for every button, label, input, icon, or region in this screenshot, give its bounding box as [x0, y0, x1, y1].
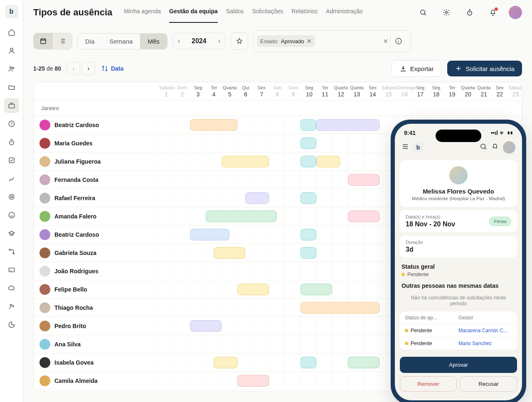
absence-bar[interactable]: [300, 357, 316, 368]
absence-bar[interactable]: [245, 192, 269, 204]
day-header: Quarta20: [460, 82, 476, 100]
absence-bar[interactable]: [214, 247, 245, 259]
person-avatar: [39, 357, 50, 368]
logo: b: [5, 5, 18, 18]
nav-tab[interactable]: Saldos: [226, 8, 244, 23]
day-header: Sábado1: [158, 82, 174, 100]
period-option[interactable]: Semana: [102, 34, 140, 49]
absence-bar[interactable]: [222, 156, 269, 167]
absence-bar[interactable]: [316, 156, 340, 167]
absence-bar[interactable]: [214, 357, 237, 368]
absence-bar[interactable]: [300, 229, 316, 240]
sort-button[interactable]: Data: [101, 65, 123, 72]
nav-flow-icon[interactable]: [4, 244, 19, 259]
calendar-view-button[interactable]: [34, 33, 53, 49]
nav-pie-icon[interactable]: [4, 317, 19, 332]
absence-bar[interactable]: [316, 119, 379, 131]
nav-clock-icon[interactable]: [4, 116, 19, 131]
nav-tab[interactable]: Solicitações: [252, 8, 283, 23]
person-name: Maria Guedes: [54, 140, 93, 147]
nav-tab[interactable]: Administração: [326, 8, 363, 23]
timer-icon[interactable]: [462, 5, 477, 20]
bell-icon[interactable]: [485, 5, 500, 20]
day-header: Seg3: [190, 82, 206, 100]
view-toggle: [33, 33, 72, 49]
filter-bar[interactable]: Estado: Aprovado ✕ ✕: [253, 30, 411, 52]
svg-point-0: [10, 48, 13, 51]
clear-filters-icon[interactable]: ✕: [381, 36, 390, 47]
prev-page-button[interactable]: ‹: [67, 62, 80, 75]
favorite-button[interactable]: [231, 32, 248, 50]
absence-bar[interactable]: [300, 247, 316, 259]
absence-bar[interactable]: [348, 357, 379, 368]
request-absence-button[interactable]: Solicitar ausência: [447, 61, 522, 76]
nav-timer-icon[interactable]: [4, 135, 19, 150]
absence-bar[interactable]: [348, 211, 379, 222]
page-title: Tipos de ausência: [33, 7, 112, 18]
absence-bar[interactable]: [300, 156, 316, 167]
nav-grad-icon[interactable]: [4, 226, 19, 241]
absence-bar[interactable]: [237, 284, 269, 295]
person-name: Beatriz Cardoso: [54, 122, 99, 128]
mobile-profile-avatar: [449, 166, 468, 184]
svg-point-10: [9, 249, 10, 250]
day-header: Sáb8: [269, 82, 285, 100]
svg-point-1: [10, 67, 12, 69]
absence-bar[interactable]: [237, 375, 269, 387]
day-header: Dom9: [286, 82, 301, 100]
prev-year-button[interactable]: ‹: [173, 33, 185, 49]
nav-folder-icon[interactable]: [4, 80, 19, 95]
nav-tab[interactable]: Minha agenda: [124, 8, 161, 23]
absence-bar[interactable]: [300, 137, 316, 149]
nav-chart-icon[interactable]: [4, 171, 19, 186]
search-icon[interactable]: [416, 5, 431, 20]
nav-tab[interactable]: Relatórios: [291, 8, 318, 23]
mobile-duration-card: Duração 3d: [400, 235, 517, 257]
mobile-bell-icon[interactable]: [491, 143, 499, 152]
mobile-search-icon[interactable]: [480, 143, 487, 152]
next-year-button[interactable]: ›: [213, 33, 225, 49]
absence-bar[interactable]: [190, 119, 237, 131]
absence-bar[interactable]: [190, 320, 222, 332]
nav-briefcase-icon[interactable]: [4, 98, 19, 113]
mobile-menu-icon[interactable]: [401, 143, 409, 152]
nav-card-icon[interactable]: [4, 262, 19, 277]
nav-check-icon[interactable]: [4, 153, 19, 168]
absence-bar[interactable]: [206, 211, 277, 222]
filter-info-icon[interactable]: [390, 32, 407, 50]
period-option[interactable]: Mês: [140, 34, 167, 49]
absence-bar[interactable]: [348, 174, 379, 186]
person-avatar: [39, 120, 50, 130]
nav-adduser-icon[interactable]: [4, 299, 19, 314]
person-name: Amanda Falero: [54, 213, 96, 220]
period-option[interactable]: Dia: [78, 34, 102, 49]
export-button[interactable]: Exportar: [392, 60, 442, 77]
mobile-reject-button[interactable]: Recusar: [460, 376, 517, 392]
absence-bar[interactable]: [300, 192, 316, 204]
mobile-mockup: 9:41 ••ıl ᯤ ▮▮ b Melissa Flores Quevedo …: [391, 120, 526, 402]
mobile-remove-button[interactable]: Remover: [400, 376, 457, 392]
list-view-button[interactable]: [53, 33, 72, 49]
subbar: 1-25 de 80 ‹ › Data Exportar Solicitar a…: [23, 57, 532, 82]
mobile-approve-button[interactable]: Aprovar: [400, 357, 517, 373]
nav-smile-icon[interactable]: [4, 208, 19, 223]
person-name: Pedro Brito: [54, 323, 86, 329]
next-page-button[interactable]: ›: [82, 62, 95, 75]
absence-bar[interactable]: [300, 119, 316, 131]
nav-cloud-icon[interactable]: [4, 281, 19, 296]
mobile-avatar[interactable]: [503, 141, 515, 154]
mobile-time: 9:41: [404, 130, 416, 136]
nav-team-icon[interactable]: [4, 61, 19, 76]
nav-home-icon[interactable]: [4, 25, 19, 40]
person-name: Fernanda Costa: [54, 176, 99, 183]
remove-filter-icon[interactable]: ✕: [307, 38, 312, 44]
user-avatar[interactable]: [509, 6, 522, 19]
person-avatar: [39, 321, 50, 331]
absence-bar[interactable]: [190, 229, 229, 240]
nav-target-icon[interactable]: [4, 189, 19, 204]
absence-bar[interactable]: [300, 302, 379, 314]
nav-tab[interactable]: Gestão da equipa: [169, 8, 218, 23]
absence-bar[interactable]: [300, 284, 332, 295]
nav-person-icon[interactable]: [4, 43, 19, 58]
settings-icon[interactable]: [439, 5, 454, 20]
